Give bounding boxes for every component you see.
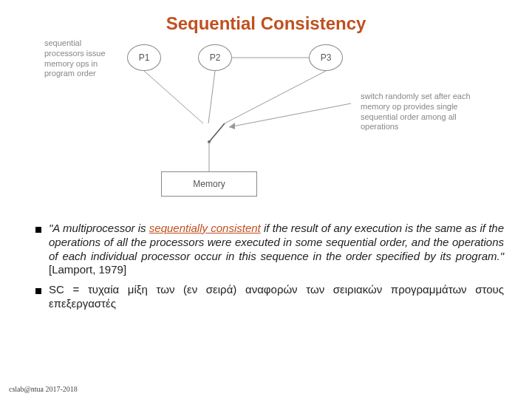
bullet-item: SC = τυχαία μίξη των (εν σειρά) αναφορών…: [35, 283, 504, 311]
bullet-list: "A multiprocessor is sequentially consis…: [0, 222, 532, 311]
footer-text: cslab@ntua 2017-2018: [9, 385, 78, 393]
processor-p3: P3: [309, 44, 343, 71]
svg-line-3: [225, 71, 326, 123]
bullet-item: "A multiprocessor is sequentially consis…: [35, 222, 504, 277]
svg-line-4: [209, 123, 225, 142]
svg-line-6: [229, 103, 351, 127]
svg-line-1: [144, 71, 203, 123]
bullet-square-icon: [35, 288, 41, 294]
bullet-text: "A multiprocessor is sequentially consis…: [49, 222, 504, 277]
processor-p2: P2: [198, 44, 232, 71]
bullet-square-icon: [35, 227, 41, 233]
svg-marker-7: [229, 123, 235, 129]
bullet-text: SC = τυχαία μίξη των (εν σειρά) αναφορών…: [49, 283, 504, 311]
sequential-label: sequential processors issue memory ops i…: [44, 38, 118, 79]
slide-title: Sequential Consistency: [0, 0, 532, 38]
svg-line-2: [208, 71, 215, 123]
citation: [Lamport, 1979]: [49, 263, 126, 276]
memory-box: Memory: [161, 171, 257, 197]
seq-consistent-term: sequentially consistent: [149, 222, 261, 234]
switch-label: switch randomly set after each memory op…: [361, 92, 488, 132]
quote-pre: "A multiprocessor is: [49, 222, 149, 234]
processor-p1: P1: [127, 44, 161, 71]
sc-diagram: sequential processors issue memory ops i…: [44, 38, 488, 208]
